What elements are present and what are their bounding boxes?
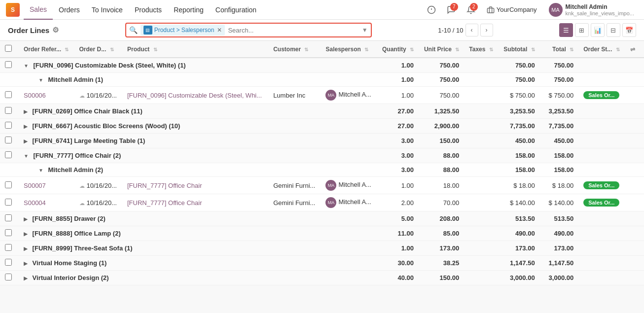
group-qty: 1.00	[377, 241, 419, 256]
alerts-badge: 2	[470, 3, 478, 11]
row-checkbox[interactable]	[5, 199, 12, 206]
row-date: ☁10/16/20...	[74, 194, 122, 211]
expand-icon[interactable]: ▼	[38, 168, 43, 173]
expand-icon[interactable]: ▶	[24, 109, 28, 114]
expand-icon[interactable]: ▼	[38, 77, 43, 83]
subgroup-subtotal: 750.00	[498, 73, 539, 87]
row-ref[interactable]: S00006	[19, 87, 74, 104]
th-order-date[interactable]: Order D... ⇅	[74, 41, 122, 58]
row-checkbox[interactable]	[5, 244, 12, 251]
th-order-ref[interactable]: Order Refer... ⇅	[19, 41, 74, 58]
row-checkbox[interactable]	[5, 122, 12, 129]
row-ref[interactable]: S00004	[19, 194, 74, 211]
group-adjust	[625, 148, 644, 163]
group-unit-price: 2,900.00	[419, 119, 464, 134]
salesperson-avatar: MA	[325, 197, 336, 208]
row-checkbox[interactable]	[5, 229, 12, 236]
th-total[interactable]: Total ⇅	[540, 41, 579, 58]
expand-icon[interactable]: ▶	[24, 261, 28, 266]
th-unit-price[interactable]: Unit Price ⇅	[419, 41, 464, 58]
pagination-next-button[interactable]: ›	[480, 24, 493, 36]
subgroup-taxes	[464, 73, 498, 87]
group-taxes	[464, 119, 498, 134]
group-subtotal: 158.00	[498, 148, 539, 163]
row-expand[interactable]	[0, 256, 19, 271]
row-product[interactable]: [FURN_7777] Office Chair	[122, 194, 268, 211]
th-subtotal[interactable]: Subtotal ⇅	[498, 41, 539, 58]
nav-reporting[interactable]: Reporting	[168, 0, 210, 20]
row-taxes	[464, 194, 498, 211]
th-customer[interactable]: Customer ⇅	[268, 41, 321, 58]
row-checkbox[interactable]	[5, 259, 12, 266]
nav-to-invoice[interactable]: To Invoice	[86, 0, 129, 20]
view-pivot-button[interactable]: ⊟	[607, 23, 620, 37]
row-checkbox[interactable]	[5, 107, 12, 114]
user-avatar: MA	[549, 3, 563, 17]
search-dropdown-arrow[interactable]: ▼	[362, 27, 368, 34]
th-taxes[interactable]: Taxes ⇅	[464, 41, 498, 58]
row-expand[interactable]	[0, 211, 19, 226]
group-adjust	[625, 119, 644, 134]
th-quantity[interactable]: Quantity ⇅	[377, 41, 419, 58]
expand-icon[interactable]: ▶	[24, 216, 28, 222]
row-expand[interactable]	[0, 148, 19, 163]
row-expand[interactable]	[0, 241, 19, 256]
row-expand	[0, 163, 19, 177]
group-qty: 5.00	[377, 211, 419, 226]
expand-icon[interactable]: ▶	[24, 139, 28, 144]
settings-gear-icon[interactable]: ⚙	[52, 26, 59, 35]
row-checkbox[interactable]	[5, 181, 12, 188]
expand-icon[interactable]: ▶	[24, 231, 28, 237]
expand-icon[interactable]: ▼	[24, 63, 29, 69]
row-product[interactable]: [FURN_7777] Office Chair	[122, 177, 268, 194]
subgroup-unit-price: 750.00	[419, 73, 464, 87]
search-icon: 🔍	[129, 26, 138, 34]
row-product[interactable]: [FURN_0096] Customizable Desk (Steel, Wh…	[122, 87, 268, 104]
row-checkbox[interactable]	[5, 61, 12, 68]
expand-icon[interactable]: ▶	[24, 124, 28, 129]
nav-products[interactable]: Products	[129, 0, 168, 20]
view-chart-button[interactable]: 📊	[591, 23, 605, 37]
row-expand[interactable]	[0, 271, 19, 285]
group-status	[578, 226, 625, 241]
row-expand[interactable]	[0, 226, 19, 241]
row-qty: 1.00	[377, 177, 419, 194]
row-checkbox[interactable]	[5, 91, 12, 98]
group-label: ▼ [FURN_0096] Customizable Desk (Steel, …	[19, 58, 377, 73]
row-expand[interactable]	[0, 119, 19, 134]
th-adjust[interactable]: ⇌	[625, 41, 644, 58]
search-input[interactable]	[228, 27, 358, 34]
user-menu-button[interactable]: MA Mitchell Admin knk_sale_line_views_im…	[545, 1, 638, 19]
logo: S	[6, 3, 20, 17]
row-expand[interactable]	[0, 58, 19, 73]
nav-sales[interactable]: Sales	[24, 0, 53, 20]
company-button[interactable]: YourCompany	[483, 4, 541, 16]
subgroup-label: ▼ Mitchell Admin (2)	[19, 163, 377, 177]
th-salesperson[interactable]: Salesperson ⇅	[321, 41, 377, 58]
row-expand[interactable]	[0, 134, 19, 148]
row-checkbox[interactable]	[5, 214, 12, 221]
group-adjust	[625, 104, 644, 119]
expand-icon[interactable]: ▶	[24, 276, 28, 281]
expand-icon[interactable]: ▼	[24, 153, 29, 159]
nav-configuration[interactable]: Configuration	[210, 0, 262, 20]
pagination-prev-button[interactable]: ‹	[465, 24, 478, 36]
row-checkbox[interactable]	[5, 151, 12, 158]
expand-icon[interactable]: ▶	[24, 246, 28, 251]
th-product[interactable]: Product ⇅	[122, 41, 268, 58]
filter-remove-button[interactable]: ✕	[217, 27, 222, 34]
th-order-status[interactable]: Order St... ⇅	[578, 41, 625, 58]
row-checkbox[interactable]	[5, 137, 12, 143]
row-checkbox[interactable]	[5, 274, 12, 280]
alerts-icon-btn[interactable]: 2	[463, 2, 479, 18]
view-calendar-button[interactable]: 📅	[622, 23, 636, 37]
row-expand[interactable]	[0, 104, 19, 119]
nav-orders[interactable]: Orders	[53, 0, 86, 20]
row-status: Sales Or...	[578, 194, 625, 211]
select-all-checkbox[interactable]	[5, 45, 12, 52]
messages-icon-btn[interactable]: 7	[443, 2, 459, 18]
row-ref[interactable]: S00007	[19, 177, 74, 194]
bug-icon-btn[interactable]	[424, 2, 439, 18]
view-list-button[interactable]: ☰	[559, 23, 573, 37]
view-kanban-button[interactable]: ⊞	[575, 23, 589, 37]
